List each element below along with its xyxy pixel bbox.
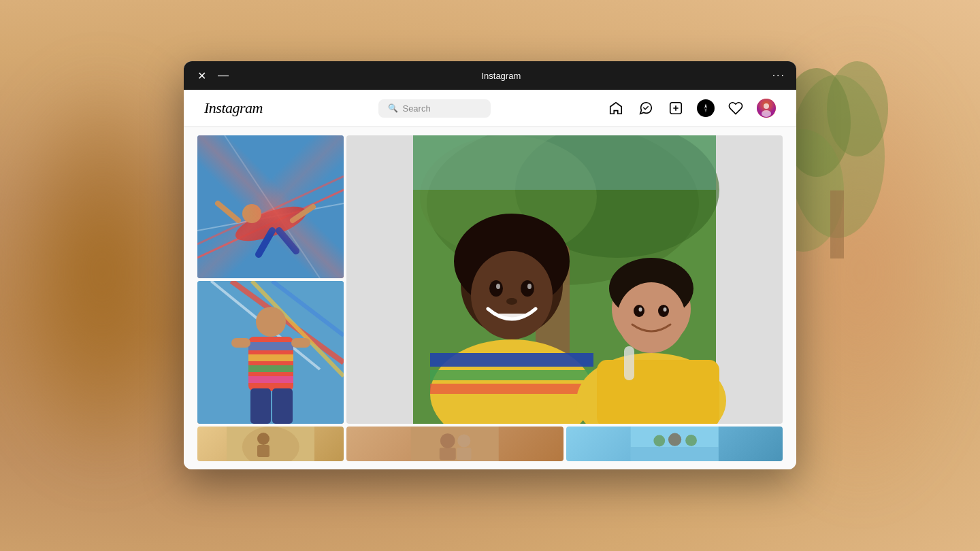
svg-rect-77	[440, 448, 456, 460]
svg-rect-38	[231, 338, 250, 348]
messenger-icon[interactable]	[637, 99, 655, 117]
svg-rect-40	[250, 388, 271, 424]
search-bar[interactable]: 🔍 Search	[378, 99, 491, 118]
svg-point-66	[658, 305, 669, 317]
compass-icon[interactable]	[697, 99, 715, 117]
svg-rect-49	[430, 353, 593, 367]
left-column	[197, 135, 344, 424]
svg-line-21	[218, 203, 238, 220]
search-placeholder: Search	[402, 103, 430, 114]
svg-point-56	[521, 280, 534, 297]
minimize-button[interactable]: —	[216, 69, 230, 82]
new-post-icon[interactable]	[667, 99, 685, 117]
svg-rect-73	[257, 445, 270, 457]
svg-rect-50	[430, 370, 593, 380]
titlebar-controls: ✕ —	[195, 69, 230, 82]
svg-line-15	[197, 190, 344, 258]
top-grid	[197, 135, 783, 424]
svg-point-2	[827, 61, 888, 156]
svg-point-59	[506, 298, 517, 305]
instagram-navbar: Instagram 🔍 Search	[184, 90, 796, 127]
svg-point-20	[242, 204, 261, 223]
svg-rect-61	[597, 360, 719, 424]
instagram-logo: Instagram	[204, 99, 263, 117]
app-window: ✕ — Instagram ··· Instagram 🔍 Search	[184, 61, 796, 469]
svg-point-8	[700, 102, 712, 114]
svg-line-18	[225, 135, 320, 278]
svg-point-58	[527, 284, 532, 289]
svg-rect-51	[430, 384, 593, 394]
photo-large-right[interactable]	[346, 135, 783, 424]
svg-point-82	[668, 433, 681, 446]
svg-line-17	[197, 203, 344, 231]
svg-line-23	[259, 231, 272, 254]
photo-mid-left[interactable]	[197, 281, 344, 424]
home-icon[interactable]	[607, 99, 625, 117]
svg-point-13	[762, 110, 771, 117]
svg-point-81	[653, 435, 665, 447]
svg-point-67	[639, 307, 642, 312]
photo-bottom-mid[interactable]	[346, 427, 564, 461]
photo-top-left[interactable]	[197, 135, 344, 278]
nav-icons	[607, 99, 776, 118]
svg-point-65	[634, 305, 644, 317]
svg-line-22	[293, 207, 313, 220]
svg-point-54	[471, 251, 553, 339]
svg-rect-47	[413, 135, 716, 190]
close-button[interactable]: ✕	[195, 69, 208, 82]
svg-line-24	[279, 231, 296, 251]
svg-rect-39	[291, 338, 310, 348]
svg-rect-41	[272, 388, 293, 424]
photo-grid	[197, 135, 783, 461]
svg-point-57	[496, 284, 500, 289]
photo-bottom-left[interactable]	[197, 427, 344, 461]
svg-rect-14	[197, 135, 344, 278]
svg-rect-36	[248, 365, 293, 372]
svg-rect-34	[248, 342, 293, 350]
svg-line-16	[197, 176, 344, 244]
search-icon: 🔍	[388, 103, 398, 113]
titlebar: ✕ — Instagram ···	[184, 61, 796, 90]
svg-rect-69	[624, 346, 634, 380]
svg-rect-35	[248, 354, 293, 361]
svg-point-32	[256, 307, 286, 337]
svg-point-76	[457, 434, 470, 447]
svg-point-64	[617, 282, 685, 353]
svg-rect-80	[630, 447, 718, 461]
user-avatar[interactable]	[757, 99, 776, 118]
svg-point-72	[257, 433, 270, 445]
svg-point-12	[764, 103, 769, 109]
svg-point-75	[440, 433, 455, 448]
titlebar-title: Instagram	[230, 71, 772, 81]
photo-bottom-right[interactable]	[566, 427, 783, 461]
svg-point-55	[489, 280, 503, 297]
bg-left-accent	[0, 68, 204, 476]
svg-rect-78	[457, 448, 472, 460]
bottom-grid	[197, 427, 783, 461]
heart-icon[interactable]	[727, 99, 745, 117]
svg-point-83	[685, 435, 697, 446]
titlebar-more-button[interactable]: ···	[772, 69, 785, 82]
content-area	[184, 127, 796, 469]
svg-point-19	[231, 199, 310, 248]
svg-point-68	[664, 307, 667, 312]
svg-rect-37	[248, 376, 293, 383]
svg-rect-4	[830, 190, 844, 258]
